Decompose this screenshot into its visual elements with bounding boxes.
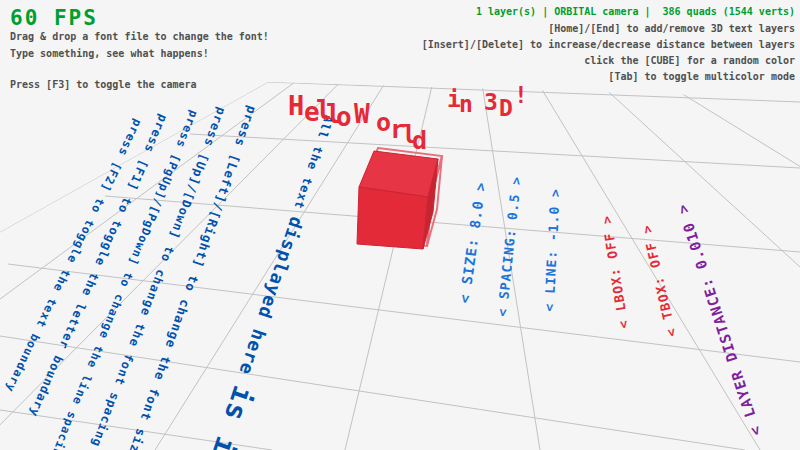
hint-toggle-camera: Press [F3] to toggle the camera [10,79,197,90]
hint-drag-drop: Drag & drop a font file to change the fo… [10,31,269,42]
fps-counter: 60 FPS [10,6,98,30]
hint-add-remove-layers: [Home]/[End] to add/remove 3D text layer… [548,23,795,34]
render-window[interactable]: press [F2] to toggle the text boundary p… [0,0,800,450]
layers-camera-quads-status: 1 layer(s) | ORBITAL camera | 386 quads … [476,6,795,17]
hint-type-something: Type something, see what happens! [10,48,209,59]
cube[interactable] [0,0,800,450]
hint-cube-random-color: click the [CUBE] for a random color [584,55,795,66]
hint-layer-distance: [Insert]/[Delete] to increase/decrease d… [422,39,795,50]
cube-face-front[interactable] [357,187,428,249]
hint-multicolor-mode: [Tab] to toggle multicolor mode [608,71,795,82]
